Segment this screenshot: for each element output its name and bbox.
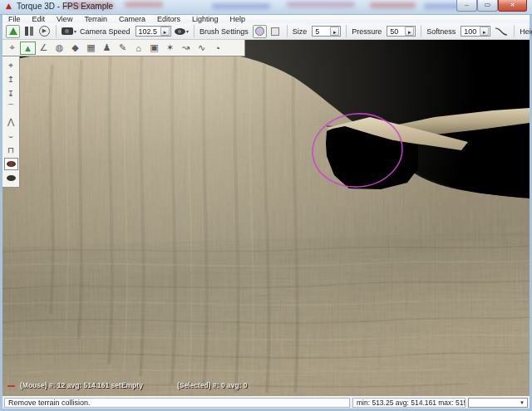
camera-speed-field[interactable]: 102.5 ▸ [135,26,172,37]
size-spinner-arrow[interactable]: ▸ [330,27,339,36]
origin-axis-marker [7,385,15,387]
status-dropdown[interactable]: ▼ [468,398,528,408]
heightmap-tool[interactable]: ▦ [83,42,99,55]
separator [346,25,347,37]
window-controls: – ▭ × [456,0,527,12]
menu-terrain[interactable]: Terrain [78,15,113,23]
size-value[interactable]: 5 [313,27,329,36]
status-bar: Remove terrain collision. min: 513.25 av… [2,396,530,409]
slope-curve-tool[interactable]: ∿ [194,42,209,55]
background-blur [424,3,461,9]
menu-camera[interactable]: Camera [113,15,151,23]
minimize-button[interactable]: – [456,0,477,12]
size-field[interactable]: 5 ▸ [312,26,341,37]
crest-light [2,40,530,396]
visibility-menu-button[interactable]: ▾ [174,25,190,38]
menu-view[interactable]: View [51,15,78,23]
torque-logo-icon: ▲ [4,2,13,11]
raise-height-tool[interactable]: ↥ [4,73,18,86]
softness-spinner-arrow[interactable]: ▸ [480,27,489,36]
flatten-brush-tool[interactable]: ⌂ [131,42,146,55]
menu-editors[interactable]: Editors [151,15,186,23]
separator [56,25,57,37]
softness-label: Softness [426,27,456,36]
editor-tools-toolbar: ⌖ ▲ ∠ ◍ ◆ ▦ ♟ ✎ ⌂ ▣ ✶ ↝ ∿ ◔ [2,40,245,56]
camera-menu-button[interactable]: ▾ [61,25,77,38]
background-blur [370,2,416,8]
paint-brush-tool[interactable]: ✎ [115,42,131,55]
terrain-scene[interactable] [2,40,530,396]
smooth-tool[interactable]: ⌒ [4,101,18,114]
object-editor-tool[interactable]: ⌖ [4,42,20,55]
selection-tool[interactable]: ▣ [146,42,162,55]
size-label: Size [293,27,308,36]
camera-speed-value[interactable]: 102.5 [136,27,160,36]
softness-value[interactable]: 100 [461,27,479,36]
eye-icon [175,28,185,35]
close-button[interactable]: × [498,0,527,12]
softness-curve-icon[interactable] [495,27,508,37]
layout-columns-icon [25,27,33,36]
magic-wand-tool[interactable]: ✶ [162,42,178,55]
clear-terrain-tool[interactable] [4,158,18,170]
play-button[interactable]: ▶ [37,25,52,38]
title-bar[interactable]: ▲ Torque 3D - FPS Example – ▭ × [0,0,532,15]
softness-field[interactable]: 100 ▸ [461,26,490,37]
layout-button[interactable] [22,25,36,38]
square-brush-icon [271,27,279,36]
smooth-slope-tool[interactable]: ⋀ [4,115,18,128]
terrain-editor-tool[interactable]: ▲ [20,42,36,55]
pressure-value[interactable]: 50 [387,27,404,36]
mouse-stats: (Mouse) #: 12 avg: 514.161 setEmpty [20,381,143,389]
menu-file[interactable]: File [2,15,27,23]
chevron-down-icon: ▾ [74,28,76,34]
separator [514,25,515,37]
clear-terrain-icon [7,161,16,167]
round-brush-button[interactable] [253,25,267,38]
maximize-button[interactable]: ▭ [477,0,498,12]
terrain-editor-button[interactable] [6,25,20,38]
grab-terrain-tool[interactable]: ⌖ [4,59,18,71]
menu-help[interactable]: Help [224,15,251,23]
main-toolbar: ▶ ▾ Camera Speed 102.5 ▸ ▾ Brush Setting… [2,23,530,40]
height-range-stats: min: 513.25 avg: 514.161 max: 515.1 [352,398,466,408]
background-blur [125,2,163,7]
play-icon: ▶ [39,26,50,37]
lower-height-tool[interactable]: ↧ [4,87,18,100]
pressure-field[interactable]: 50 ▸ [387,26,416,37]
round-brush-icon [255,27,264,36]
camera-icon [62,27,73,35]
camera-speed-spinner-arrow[interactable]: ▸ [160,27,170,36]
set-height-tool[interactable]: ⊓ [4,144,18,156]
separator [194,25,195,37]
background-blur [287,2,355,7]
chevron-down-icon: ▼ [520,400,525,405]
square-brush-button[interactable] [268,25,283,38]
camera-speed-label: Camera Speed [80,27,131,36]
menu-edit[interactable]: Edit [27,15,52,23]
flatten-tool[interactable]: ⌣ [4,130,18,142]
smudge-tool[interactable]: ↝ [178,42,194,55]
separator [421,25,421,37]
viewport-3d[interactable]: ⌖ ▲ ∠ ◍ ◆ ▦ ♟ ✎ ⌂ ▣ ✶ ↝ ∿ ◔ ⌖ ↥ ↧ ⌒ ⋀ ⌣ … [2,40,530,396]
status-message: Remove terrain collision. [4,398,350,408]
soft-brush-tool[interactable]: ◆ [67,42,83,55]
restore-terrain-icon [7,175,16,181]
window-title: Torque 3D - FPS Example [17,2,113,11]
terrain-brush-toolbar: ⌖ ↥ ↧ ⌒ ⋀ ⌣ ⊓ [2,56,20,188]
menu-lighting[interactable]: Lighting [186,15,224,23]
stamp-tool[interactable]: ♟ [99,42,115,55]
restore-terrain-tool[interactable] [4,172,18,184]
brush-settings-label: Brush Settings [200,27,249,36]
chevron-down-icon: ▾ [186,28,189,34]
material-tool[interactable]: ◔ [209,42,225,55]
selected-stats: (Selected) #: 0 avg: 0 [177,381,248,389]
background-blur [212,3,270,9]
pressure-spinner-arrow[interactable]: ▸ [405,27,414,36]
pressure-label: Pressure [352,27,382,36]
height-label: Height [520,27,532,36]
sphere-brush-tool[interactable]: ◍ [52,42,67,55]
terrain-mountain-icon [9,27,17,35]
menu-bar: File Edit View Terrain Camera Editors Li… [2,15,530,23]
slope-brush-tool[interactable]: ∠ [36,42,52,55]
